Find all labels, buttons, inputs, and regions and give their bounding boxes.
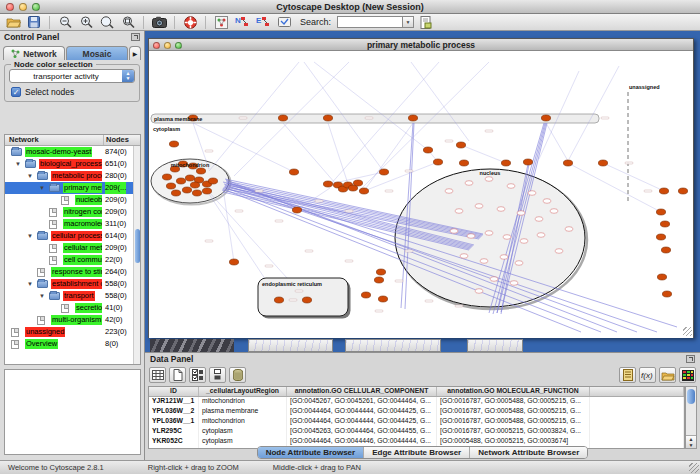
attribute-browser-tab[interactable]: Node Attribute Browser bbox=[258, 447, 365, 458]
gene-node[interactable] bbox=[196, 168, 205, 174]
attribute-matrix-icon[interactable] bbox=[209, 367, 226, 383]
gene-node[interactable] bbox=[657, 274, 666, 280]
gene-node[interactable] bbox=[323, 181, 332, 187]
expand-arrow-icon[interactable]: ▼ bbox=[27, 170, 33, 182]
tree-row[interactable]: unassigned223(0) bbox=[5, 326, 140, 338]
expand-arrow-icon[interactable]: ▼ bbox=[27, 230, 33, 242]
import-attributes-icon[interactable] bbox=[659, 367, 676, 383]
gene-node[interactable] bbox=[190, 182, 199, 188]
gene-node[interactable] bbox=[302, 297, 311, 303]
gene-node[interactable] bbox=[185, 175, 194, 181]
gene-node[interactable] bbox=[563, 160, 572, 166]
search-input[interactable] bbox=[337, 16, 403, 28]
tree-row[interactable]: ▼metabolic process280(0) bbox=[5, 170, 140, 182]
attribute-table-icon[interactable] bbox=[149, 367, 166, 383]
expand-arrow-icon[interactable]: ▼ bbox=[39, 182, 45, 194]
column-header[interactable]: annotation.GO MOLECULAR_FUNCTION bbox=[437, 387, 590, 396]
gene-node[interactable] bbox=[289, 169, 298, 175]
gene-node[interactable] bbox=[208, 178, 217, 184]
background-window-fragment[interactable] bbox=[248, 339, 333, 352]
node-label-icon-1[interactable]: N bbox=[233, 15, 251, 30]
node-label-icon-2[interactable]: E bbox=[254, 15, 272, 30]
tree-row[interactable]: ▼establishment of lo558(0) bbox=[5, 278, 140, 290]
node-color-dropdown[interactable]: transporter activity ▲▼ bbox=[9, 69, 135, 83]
gene-node[interactable] bbox=[433, 159, 442, 165]
delete-attribute-icon[interactable] bbox=[229, 367, 246, 383]
zoom-fit-icon[interactable] bbox=[119, 15, 137, 30]
tab-mosaic[interactable]: Mosaic bbox=[66, 46, 128, 60]
zoom-button[interactable] bbox=[32, 3, 40, 11]
function-builder-icon[interactable]: f(x) bbox=[639, 367, 656, 383]
gene-node[interactable] bbox=[456, 142, 465, 148]
gene-node[interactable] bbox=[541, 115, 550, 121]
help-ring-icon[interactable] bbox=[181, 15, 199, 30]
zoom-selected-icon[interactable] bbox=[98, 15, 116, 30]
network-graph[interactable]: plasma membranecytoplasmmitochondrionnuc… bbox=[149, 51, 693, 338]
gene-node[interactable] bbox=[656, 209, 665, 215]
table-row[interactable]: YLR295Ccytoplasm[GO:0045263, GO:0044464,… bbox=[149, 427, 684, 437]
tab-overflow-arrow-icon[interactable]: ▶ bbox=[129, 46, 141, 60]
gene-node[interactable] bbox=[166, 183, 175, 189]
new-attribute-icon[interactable] bbox=[169, 367, 186, 383]
gene-node[interactable] bbox=[359, 188, 368, 194]
network-minimize-button[interactable] bbox=[164, 42, 171, 49]
zoom-out-icon[interactable] bbox=[56, 15, 74, 30]
gene-node[interactable] bbox=[374, 277, 383, 283]
search-index-icon[interactable] bbox=[417, 15, 435, 30]
data-panel-float-icon[interactable] bbox=[686, 355, 695, 363]
column-header[interactable]: ID bbox=[149, 387, 199, 396]
app-resize-grip[interactable] bbox=[689, 463, 699, 473]
gene-node[interactable] bbox=[659, 188, 668, 194]
gene-node[interactable] bbox=[598, 160, 607, 166]
tab-network[interactable]: Network bbox=[3, 46, 65, 60]
tree-row[interactable]: secretion41(0) bbox=[5, 302, 140, 314]
tree-header[interactable]: Network Nodes bbox=[5, 135, 140, 146]
gene-node[interactable] bbox=[378, 296, 387, 302]
gene-node[interactable] bbox=[379, 169, 388, 175]
search-dropdown-icon[interactable]: ▼ bbox=[403, 16, 414, 28]
gene-node[interactable] bbox=[678, 188, 687, 194]
expand-arrow-icon[interactable]: ▼ bbox=[27, 278, 33, 290]
gene-node[interactable] bbox=[361, 292, 370, 298]
gene-node[interactable] bbox=[229, 259, 238, 265]
gene-node[interactable] bbox=[171, 190, 180, 196]
tree-row[interactable]: ▼biological_process651(0) bbox=[5, 158, 140, 170]
app-titlebar[interactable]: Cytoscape Desktop (New Session) bbox=[0, 0, 700, 14]
gene-node[interactable] bbox=[323, 115, 332, 121]
gene-node[interactable] bbox=[656, 234, 665, 240]
attribute-browser-tab[interactable]: Network Attribute Browser bbox=[470, 447, 587, 458]
table-row[interactable]: YPL036W__1mitochondrion[GO:0044464, GO:0… bbox=[149, 417, 684, 427]
gene-node[interactable] bbox=[353, 180, 362, 186]
tree-row[interactable]: macromolecule311(0) bbox=[5, 218, 140, 230]
zoom-in-icon[interactable] bbox=[77, 15, 95, 30]
gene-node[interactable] bbox=[661, 247, 670, 253]
tree-scrollbar[interactable] bbox=[133, 146, 140, 364]
gene-node[interactable] bbox=[162, 174, 171, 180]
expand-arrow-icon[interactable]: ▼ bbox=[15, 158, 21, 170]
float-window-icon[interactable] bbox=[131, 33, 140, 41]
tree-row[interactable]: ▼primary metabo209(... bbox=[5, 182, 140, 194]
attribute-browser-tab[interactable]: Edge Attribute Browser bbox=[364, 447, 470, 458]
snapshot-icon[interactable] bbox=[150, 15, 168, 30]
expand-arrow-icon[interactable]: ▼ bbox=[39, 290, 45, 302]
heatmap-icon[interactable] bbox=[679, 367, 696, 383]
open-icon[interactable] bbox=[4, 15, 22, 30]
gene-node[interactable] bbox=[202, 188, 211, 194]
table-row[interactable]: YPL036W__2plasma membrane[GO:0044464, GO… bbox=[149, 407, 684, 417]
gene-node[interactable] bbox=[501, 160, 510, 166]
tree-row[interactable]: ▼cellular process614(0) bbox=[5, 230, 140, 242]
gene-node[interactable] bbox=[292, 207, 301, 213]
close-button[interactable] bbox=[6, 3, 14, 11]
gene-node[interactable] bbox=[459, 160, 468, 166]
tree-row[interactable]: cell communicat22(0) bbox=[5, 254, 140, 266]
column-header[interactable]: _cellularLayoutRegion bbox=[199, 387, 287, 396]
tree-row[interactable]: nucleobase-209(0) bbox=[5, 194, 140, 206]
gene-node[interactable] bbox=[376, 269, 385, 275]
minimize-button[interactable] bbox=[19, 3, 27, 11]
tree-row[interactable]: Overview8(0) bbox=[5, 338, 140, 350]
gene-node[interactable] bbox=[662, 291, 671, 297]
tree-row[interactable]: response to stimulu264(0) bbox=[5, 266, 140, 278]
network-zoom-button[interactable] bbox=[175, 42, 182, 49]
table-scrollbar[interactable]: ▲▼ bbox=[685, 386, 697, 449]
gene-node[interactable] bbox=[169, 141, 178, 147]
